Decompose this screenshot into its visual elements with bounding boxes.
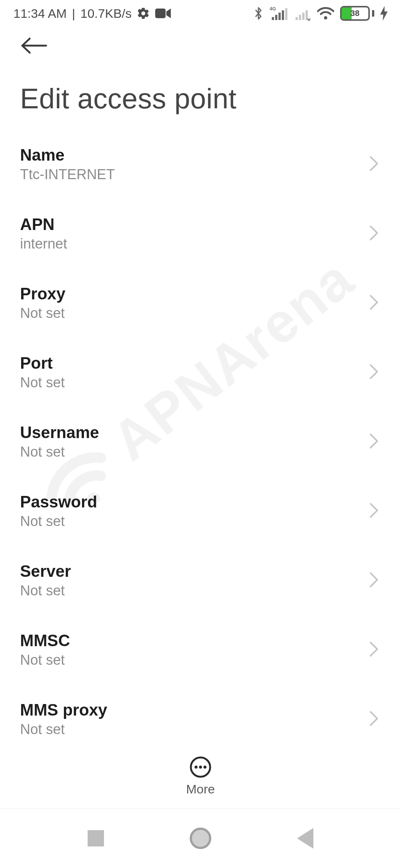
- item-value: Not set: [20, 375, 65, 391]
- svg-rect-7: [285, 8, 287, 20]
- gear-icon: [137, 7, 150, 20]
- svg-point-12: [324, 16, 327, 20]
- chevron-right-icon: [369, 433, 379, 451]
- svg-rect-10: [302, 13, 304, 20]
- chevron-right-icon: [369, 502, 379, 520]
- video-icon: [155, 8, 171, 19]
- chevron-right-icon: [369, 225, 379, 243]
- apn-field-port[interactable]: Port Not set: [0, 338, 401, 407]
- status-time: 11:34 AM: [13, 6, 67, 21]
- item-value: Not set: [20, 444, 99, 460]
- item-value: Ttc-INTERNET: [20, 167, 115, 183]
- svg-rect-8: [296, 17, 298, 20]
- item-label: MMSC: [20, 631, 70, 650]
- battery-indicator: 38: [340, 6, 374, 21]
- svg-rect-4: [275, 15, 277, 20]
- apn-field-mms-proxy[interactable]: MMS proxy Not set: [0, 684, 401, 754]
- charging-icon: [380, 6, 388, 21]
- item-label: APN: [20, 215, 67, 234]
- item-value: Not set: [20, 513, 97, 529]
- apn-field-name[interactable]: Name Ttc-INTERNET: [0, 129, 401, 199]
- apn-field-server[interactable]: Server Not set: [0, 546, 401, 615]
- svg-rect-9: [299, 15, 301, 20]
- item-value: internet: [20, 236, 67, 252]
- item-value: Not set: [20, 583, 71, 599]
- page-title: Edit access point: [0, 60, 401, 126]
- svg-rect-5: [278, 13, 281, 20]
- apn-field-proxy[interactable]: Proxy Not set: [0, 268, 401, 338]
- chevron-right-icon: [369, 710, 379, 728]
- item-value: Not set: [20, 652, 70, 668]
- svg-rect-3: [272, 17, 274, 20]
- item-label: Username: [20, 423, 99, 442]
- item-label: MMS proxy: [20, 701, 107, 719]
- apn-field-password[interactable]: Password Not set: [0, 476, 401, 546]
- apn-field-mmsc[interactable]: MMSC Not set: [0, 615, 401, 684]
- apn-field-apn[interactable]: APN internet: [0, 199, 401, 268]
- svg-text:4G: 4G: [270, 6, 276, 11]
- chevron-right-icon: [369, 294, 379, 312]
- item-value: Not set: [20, 305, 65, 321]
- item-label: Password: [20, 493, 97, 511]
- signal-4g-icon: 4G: [270, 6, 287, 21]
- item-label: Name: [20, 146, 115, 164]
- item-label: Server: [20, 562, 71, 581]
- item-label: Port: [20, 354, 65, 372]
- chevron-right-icon: [369, 155, 379, 173]
- status-bar: 11:34 AM | 10.7KB/s 4G: [0, 0, 401, 27]
- chevron-right-icon: [369, 572, 379, 589]
- chevron-right-icon: [369, 641, 379, 659]
- signal-nosim-icon: [293, 6, 311, 21]
- item-label: Proxy: [20, 285, 65, 303]
- status-sep: |: [72, 6, 75, 21]
- wifi-icon: [317, 7, 334, 20]
- svg-rect-1: [155, 9, 166, 18]
- item-value: Not set: [20, 721, 107, 737]
- back-button[interactable]: [20, 36, 48, 55]
- bluetooth-icon: [253, 6, 264, 21]
- svg-rect-6: [282, 10, 284, 20]
- apn-field-username[interactable]: Username Not set: [0, 407, 401, 476]
- chevron-right-icon: [369, 364, 379, 381]
- status-netspeed: 10.7KB/s: [81, 6, 132, 21]
